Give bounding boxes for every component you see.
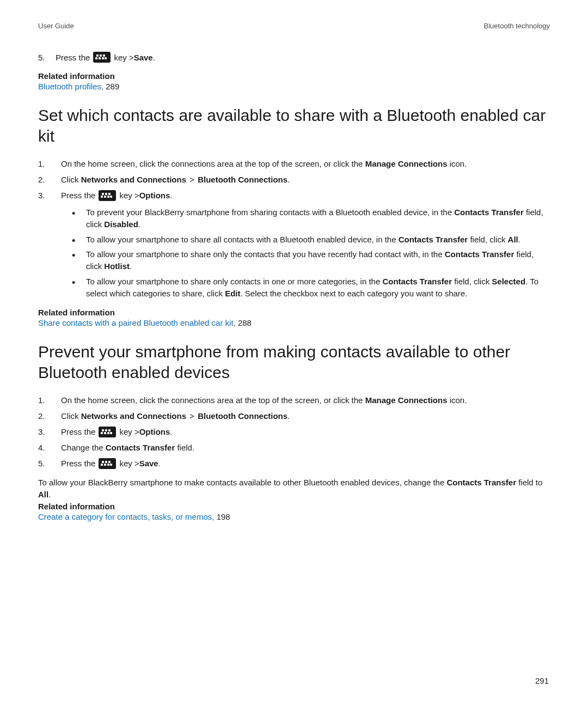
list-item: To allow your smartphone to share only c… xyxy=(72,276,550,300)
step-number: 2. xyxy=(38,174,61,185)
step-content: Press the key > Save . xyxy=(56,52,155,63)
list-item: 3. Press the key > Options. xyxy=(38,190,550,201)
bluetooth-profiles-link[interactable]: Bluetooth profiles, xyxy=(38,82,106,91)
step-number: 5. xyxy=(38,53,56,62)
section-heading-contacts-carkit: Set which contacts are available to shar… xyxy=(38,105,550,146)
step-content: On the home screen, click the connection… xyxy=(61,158,467,169)
list-item: To allow your smartphone to share only t… xyxy=(72,248,550,272)
step-content: Click Networks and Connections > Bluetoo… xyxy=(61,174,290,185)
step-number: 3. xyxy=(38,426,61,437)
blackberry-key-icon xyxy=(99,458,116,469)
blackberry-key-icon xyxy=(93,52,111,63)
list-item: To allow your smartphone to share all co… xyxy=(72,234,550,246)
step-number: 4. xyxy=(38,442,61,453)
step-number: 3. xyxy=(38,190,61,201)
list-item: 4. Change the Contacts Transfer field. xyxy=(38,442,550,453)
step-content: Press the key > Save. xyxy=(61,458,161,469)
list-item: To prevent your BlackBerry smartphone fr… xyxy=(72,206,550,230)
related-link-line: Bluetooth profiles, 289 xyxy=(38,82,550,91)
step-number: 1. xyxy=(38,394,61,406)
step-content: Press the key > Options. xyxy=(61,190,173,201)
step-number: 1. xyxy=(38,158,61,169)
blackberry-key-icon xyxy=(99,190,116,201)
create-category-link[interactable]: Create a category for contacts, tasks, o… xyxy=(38,512,217,521)
steps-list-2: 1. On the home screen, click the connect… xyxy=(38,394,550,469)
step-number: 2. xyxy=(38,410,61,422)
related-link-line: Create a category for contacts, tasks, o… xyxy=(38,512,550,521)
step-number: 5. xyxy=(38,458,61,469)
related-info-heading: Related information xyxy=(38,502,550,511)
section-heading-prevent-contacts: Prevent your smartphone from making cont… xyxy=(38,342,550,382)
header-left: User Guide xyxy=(38,22,74,30)
step-content: Press the key > Options. xyxy=(61,426,173,437)
step-content: Click Networks and Connections > Bluetoo… xyxy=(61,410,290,422)
intro-step: 5. Press the key > Save . xyxy=(38,52,550,63)
steps-list-1: 1. On the home screen, click the connect… xyxy=(38,158,550,201)
blackberry-key-icon xyxy=(99,427,116,437)
step-content: Change the Contacts Transfer field. xyxy=(61,442,194,453)
page-header: User Guide Bluetooth technology xyxy=(38,22,550,30)
list-item: 2. Click Networks and Connections > Blue… xyxy=(38,410,550,422)
share-contacts-carkit-link[interactable]: Share contacts with a paired Bluetooth e… xyxy=(38,318,238,327)
list-item: 1. On the home screen, click the connect… xyxy=(38,158,550,169)
paragraph-allow-contacts: To allow your BlackBerry smartphone to m… xyxy=(38,477,550,501)
bullet-list-1: To prevent your BlackBerry smartphone fr… xyxy=(38,206,550,299)
header-right: Bluetooth technology xyxy=(484,22,550,30)
list-item: 5. Press the key > Save. xyxy=(38,458,550,469)
related-info-heading: Related information xyxy=(38,308,550,317)
related-info-heading: Related information xyxy=(38,71,550,81)
list-item: 1. On the home screen, click the connect… xyxy=(38,394,550,406)
list-item: 2. Click Networks and Connections > Blue… xyxy=(38,174,550,185)
related-link-line: Share contacts with a paired Bluetooth e… xyxy=(38,318,550,327)
step-content: On the home screen, click the connection… xyxy=(61,394,467,406)
page-number: 291 xyxy=(535,676,549,685)
list-item: 3. Press the key > Options. xyxy=(38,426,550,437)
